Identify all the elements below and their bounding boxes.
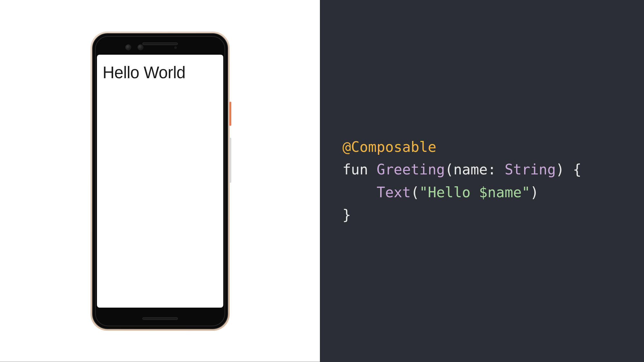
code-panel: @Composable fun Greeting(name: String) {… — [320, 0, 644, 362]
power-button-icon — [229, 102, 231, 126]
code-text-call: Text — [377, 184, 411, 200]
camera-group — [125, 44, 143, 50]
code-paren: ) — [556, 161, 564, 178]
bottom-speaker-icon — [142, 317, 178, 320]
code-brace: } — [342, 207, 351, 223]
code-keyword-fun: fun — [342, 161, 368, 178]
camera-icon — [125, 44, 131, 50]
app-text: Hello World — [103, 63, 217, 82]
code-brace: { — [573, 161, 582, 178]
phone-preview-panel: Hello World — [0, 0, 320, 362]
code-paren: ) — [530, 184, 539, 200]
sensor-icon — [174, 46, 177, 49]
code-string: "Hello $name" — [419, 184, 530, 200]
code-colon: : — [487, 161, 496, 178]
code-annotation: @Composable — [342, 139, 436, 155]
code-block: @Composable fun Greeting(name: String) {… — [342, 136, 582, 227]
code-function-name: Greeting — [377, 161, 445, 178]
top-speaker-icon — [142, 42, 178, 45]
code-param-type: String — [505, 161, 556, 178]
code-indent — [342, 184, 377, 200]
phone-screen: Hello World — [97, 55, 223, 308]
code-paren: ( — [445, 161, 454, 178]
volume-button-icon — [229, 138, 231, 183]
code-param-name: name — [453, 161, 487, 178]
camera-icon — [138, 44, 143, 50]
code-paren: ( — [411, 184, 419, 200]
phone-mockup: Hello World — [91, 32, 230, 331]
